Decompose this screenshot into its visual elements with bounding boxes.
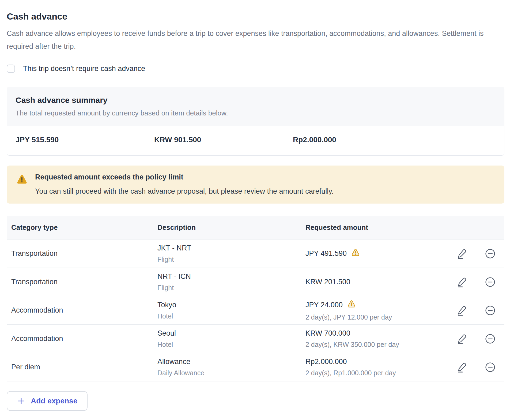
no-cash-advance-checkbox[interactable] xyxy=(7,65,15,73)
summary-card-header: Cash advance summary The total requested… xyxy=(7,87,504,126)
row-description-sub: Flight xyxy=(157,256,305,263)
amount-warning-icon[interactable] xyxy=(347,300,356,310)
row-amount: JPY 24.000 xyxy=(305,301,343,309)
add-expense-button[interactable]: Add expense xyxy=(7,391,88,411)
edit-row-button[interactable] xyxy=(456,276,467,288)
summary-subtitle: The total requested amount by currency b… xyxy=(16,109,496,117)
row-amount-cell: JPY 24.000 2 day(s), JPY 12.000 per day xyxy=(305,300,439,321)
edit-row-button[interactable] xyxy=(456,362,467,373)
row-amount: Rp2.000.000 xyxy=(305,358,347,366)
no-cash-advance-checkbox-row: This trip doesn’t require cash advance xyxy=(7,65,504,73)
amount-warning-icon[interactable] xyxy=(351,248,360,259)
column-requested-amount: Requested amount xyxy=(305,223,439,232)
row-amount-sub: 2 day(s), JPY 12.000 per day xyxy=(305,313,439,321)
row-description-cell: JKT - NRT Flight xyxy=(157,244,305,263)
column-description: Description xyxy=(157,223,305,232)
cash-advance-summary-card: Cash advance summary The total requested… xyxy=(7,87,504,156)
row-amount-sub: 2 day(s), KRW 350.000 per day xyxy=(305,341,439,348)
no-cash-advance-checkbox-label[interactable]: This trip doesn’t require cash advance xyxy=(23,65,145,73)
row-description: Tokyo xyxy=(157,301,305,309)
row-category: Transportation xyxy=(11,278,157,286)
row-amount: JPY 491.590 xyxy=(305,249,347,258)
table-row: Transportation NRT - ICN Flight KRW 201.… xyxy=(7,268,504,296)
remove-row-button[interactable] xyxy=(485,248,496,259)
row-description-sub: Flight xyxy=(157,284,305,292)
row-amount: KRW 201.500 xyxy=(305,278,350,286)
page-title: Cash advance xyxy=(7,11,504,22)
row-category: Transportation xyxy=(11,249,157,258)
row-category: Per diem xyxy=(11,363,157,371)
row-description: Seoul xyxy=(157,329,305,338)
edit-row-button[interactable] xyxy=(456,305,467,316)
row-actions xyxy=(439,305,496,316)
column-category-type: Category type xyxy=(11,223,157,232)
add-expense-label: Add expense xyxy=(31,397,77,405)
expense-table: Category type Description Requested amou… xyxy=(7,216,504,381)
row-description-cell: Tokyo Hotel xyxy=(157,301,305,320)
expense-table-header: Category type Description Requested amou… xyxy=(7,216,504,239)
pencil-icon xyxy=(459,363,466,371)
table-row: Per diem Allowance Daily Allowance Rp2.0… xyxy=(7,353,504,381)
summary-total-jpy: JPY 515.590 xyxy=(16,136,154,144)
row-description: JKT - NRT xyxy=(157,244,305,252)
row-actions xyxy=(439,362,496,373)
row-category: Accommodation xyxy=(11,306,157,314)
row-category: Accommodation xyxy=(11,335,157,343)
row-amount-cell: KRW 700.000 2 day(s), KRW 350.000 per da… xyxy=(305,329,439,348)
pencil-icon xyxy=(459,249,466,257)
row-actions xyxy=(439,276,496,288)
remove-row-button[interactable] xyxy=(485,333,496,344)
policy-warning-text: Requested amount exceeds the policy limi… xyxy=(35,173,334,196)
row-description-cell: Seoul Hotel xyxy=(157,329,305,348)
row-description-sub: Hotel xyxy=(157,341,305,348)
policy-warning-banner: Requested amount exceeds the policy limi… xyxy=(7,166,504,204)
table-row: Accommodation Seoul Hotel KRW 700.000 2 … xyxy=(7,325,504,353)
summary-total-idr: Rp2.000.000 xyxy=(293,136,432,144)
row-amount-sub: 2 day(s), Rp1.000.000 per day xyxy=(305,369,439,377)
edit-row-button[interactable] xyxy=(456,333,467,344)
row-description: Allowance xyxy=(157,358,305,366)
warning-triangle-icon xyxy=(16,173,28,196)
row-amount: KRW 700.000 xyxy=(305,329,350,338)
summary-totals: JPY 515.590 KRW 901.500 Rp2.000.000 xyxy=(7,126,504,155)
table-row: Accommodation Tokyo Hotel JPY 24.000 xyxy=(7,296,504,325)
row-amount-cell: Rp2.000.000 2 day(s), Rp1.000.000 per da… xyxy=(305,358,439,377)
row-amount-cell: KRW 201.500 xyxy=(305,278,439,286)
table-row: Transportation JKT - NRT Flight JPY 491.… xyxy=(7,239,504,268)
row-description-sub: Hotel xyxy=(157,312,305,320)
pencil-icon xyxy=(459,278,466,286)
row-description-cell: Allowance Daily Allowance xyxy=(157,358,305,377)
row-description-cell: NRT - ICN Flight xyxy=(157,272,305,292)
row-actions xyxy=(439,248,496,259)
cash-advance-section: Cash advance Cash advance allows employe… xyxy=(0,0,510,411)
summary-total-krw: KRW 901.500 xyxy=(154,136,293,144)
row-amount-cell: JPY 491.590 xyxy=(305,248,439,259)
plus-icon xyxy=(17,397,25,405)
pencil-icon xyxy=(459,335,466,342)
row-description-sub: Daily Allowance xyxy=(157,369,305,377)
row-actions xyxy=(439,333,496,344)
policy-warning-body: You can still proceed with the cash adva… xyxy=(35,187,334,196)
page-description: Cash advance allows employees to receive… xyxy=(7,27,503,53)
remove-row-button[interactable] xyxy=(485,362,496,373)
remove-row-button[interactable] xyxy=(485,276,496,288)
edit-row-button[interactable] xyxy=(456,248,467,259)
row-description: NRT - ICN xyxy=(157,272,305,281)
summary-title: Cash advance summary xyxy=(16,96,496,105)
pencil-icon xyxy=(459,306,466,314)
policy-warning-title: Requested amount exceeds the policy limi… xyxy=(35,173,334,181)
remove-row-button[interactable] xyxy=(485,305,496,316)
